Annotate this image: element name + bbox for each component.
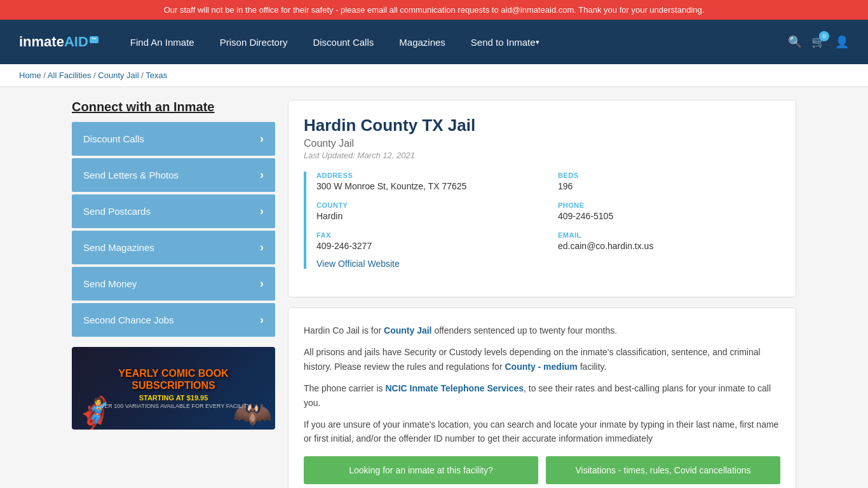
ad-title: YEARLY COMIC BOOKSUBSCRIPTIONS: [96, 367, 251, 391]
sidebar: Connect with an Inmate Discount Calls › …: [72, 100, 275, 488]
action-buttons: Looking for an inmate at this facility? …: [304, 456, 780, 484]
main-nav: Find An Inmate Prison Directory Discount…: [118, 20, 788, 64]
ad-banner[interactable]: 🦸 YEARLY COMIC BOOKSUBSCRIPTIONS STARTIN…: [72, 347, 275, 430]
address-value: 300 W Monroe St, Kountze, TX 77625: [316, 181, 539, 191]
arrow-icon: ›: [260, 132, 264, 146]
desc-para4: If you are unsure of your inmate's locat…: [304, 417, 780, 446]
arrow-icon: ›: [260, 313, 264, 327]
info-grid: ADDRESS 300 W Monroe St, Kountze, TX 776…: [316, 172, 780, 251]
official-website-link[interactable]: View Official Website: [316, 259, 400, 269]
facility-card: Hardin County TX Jail County Jail Last U…: [288, 100, 796, 297]
breadcrumb-all-facilities[interactable]: All Facilities: [48, 71, 92, 80]
sidebar-btn-letters[interactable]: Send Letters & Photos ›: [72, 158, 275, 192]
fax-value: 409-246-3277: [316, 241, 539, 251]
nav-send-to-inmate[interactable]: Send to Inmate: [458, 20, 552, 64]
alert-text: Our staff will not be in the office for …: [164, 5, 705, 15]
cart-badge: 0: [819, 31, 829, 41]
county-jail-link[interactable]: County Jail: [384, 325, 431, 336]
sidebar-btn-send-money[interactable]: Send Money ›: [72, 267, 275, 301]
ad-note: OVER 100 VARIATIONS AVAILABLE FOR EVERY …: [96, 403, 251, 409]
breadcrumb-texas[interactable]: Texas: [146, 71, 167, 80]
email-label: EMAIL: [558, 231, 780, 239]
main-content: Hardin County TX Jail County Jail Last U…: [288, 100, 796, 488]
county-block: COUNTY Hardin: [316, 201, 539, 221]
breadcrumb-home[interactable]: Home: [19, 71, 41, 80]
beds-label: BEDS: [558, 172, 780, 179]
visitations-button[interactable]: Visitations - times, rules, Covid cancel…: [546, 456, 780, 484]
fax-block: FAX 409-246-3277: [316, 231, 539, 251]
header: inmateAID™ Find An Inmate Prison Directo…: [0, 20, 868, 64]
logo-badge: ™: [90, 36, 98, 43]
arrow-icon: ›: [260, 241, 264, 254]
ad-content: YEARLY COMIC BOOKSUBSCRIPTIONS STARTING …: [90, 361, 257, 416]
facility-updated: Last Updated: March 12, 2021: [304, 151, 780, 160]
nav-prison-directory[interactable]: Prison Directory: [207, 20, 301, 64]
arrow-icon: ›: [260, 205, 264, 218]
phone-value: 409-246-5105: [558, 211, 780, 221]
facility-name: Hardin County TX Jail: [304, 116, 780, 135]
facility-details: ADDRESS 300 W Monroe St, Kountze, TX 776…: [304, 172, 780, 269]
breadcrumb: Home / All Facilities / County Jail / Te…: [0, 64, 868, 87]
sidebar-btn-magazines[interactable]: Send Magazines ›: [72, 231, 275, 264]
looking-for-inmate-button[interactable]: Looking for an inmate at this facility?: [304, 456, 538, 484]
desc-para3: The phone carrier is NCIC Inmate Telepho…: [304, 381, 780, 410]
arrow-icon: ›: [260, 277, 264, 290]
logo-inmate: inmate: [19, 34, 64, 50]
ad-starting: STARTING AT $19.95: [96, 394, 251, 402]
cart-icon[interactable]: 🛒 0: [811, 35, 825, 49]
sidebar-btn-discount-calls[interactable]: Discount Calls ›: [72, 122, 275, 156]
address-block: ADDRESS 300 W Monroe St, Kountze, TX 776…: [316, 172, 539, 191]
nav-icons: 🔍 🛒 0 👤: [788, 35, 849, 49]
county-label: COUNTY: [316, 201, 539, 209]
breadcrumb-county-jail[interactable]: County Jail: [98, 71, 139, 80]
search-icon[interactable]: 🔍: [788, 35, 802, 49]
arrow-icon: ›: [260, 168, 264, 182]
desc-para2: All prisons and jails have Security or C…: [304, 345, 780, 374]
logo[interactable]: inmateAID™: [19, 34, 98, 50]
alert-bar: Our staff will not be in the office for …: [0, 0, 868, 20]
phone-label: PHONE: [558, 201, 780, 209]
email-value: ed.cain@co.hardin.tx.us: [558, 241, 780, 251]
nav-magazines[interactable]: Magazines: [386, 20, 458, 64]
nav-discount-calls[interactable]: Discount Calls: [300, 20, 386, 64]
nav-find-inmate[interactable]: Find An Inmate: [118, 20, 207, 64]
address-label: ADDRESS: [316, 172, 539, 179]
email-block: EMAIL ed.cain@co.hardin.tx.us: [558, 231, 780, 251]
facility-type: County Jail: [304, 138, 780, 149]
sidebar-btn-jobs[interactable]: Second Chance Jobs ›: [72, 303, 275, 337]
sidebar-title: Connect with an Inmate: [72, 100, 275, 114]
user-icon[interactable]: 👤: [835, 35, 849, 49]
phone-block: PHONE 409-246-5105: [558, 201, 780, 221]
main-container: Connect with an Inmate Discount Calls › …: [53, 87, 815, 488]
county-value: Hardin: [316, 211, 539, 221]
ncic-link[interactable]: NCIC Inmate Telephone Services: [385, 383, 524, 393]
beds-value: 196: [558, 181, 780, 191]
sidebar-btn-postcards[interactable]: Send Postcards ›: [72, 194, 275, 228]
beds-block: BEDS 196: [558, 172, 780, 191]
description-card: Hardin Co Jail is for County Jail offend…: [288, 308, 796, 488]
county-medium-link[interactable]: County - medium: [505, 362, 577, 372]
logo-aid: AID: [64, 34, 88, 50]
desc-para1: Hardin Co Jail is for County Jail offend…: [304, 323, 780, 337]
fax-label: FAX: [316, 231, 539, 239]
